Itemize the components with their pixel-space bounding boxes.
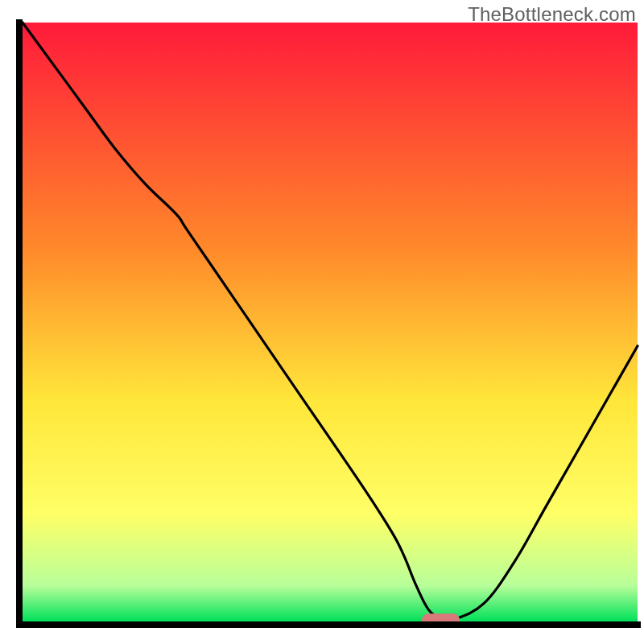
plot-background (23, 23, 638, 621)
bottleneck-chart (0, 0, 644, 644)
watermark-text: TheBottleneck.com (468, 3, 636, 26)
chart-container: TheBottleneck.com (0, 0, 644, 644)
